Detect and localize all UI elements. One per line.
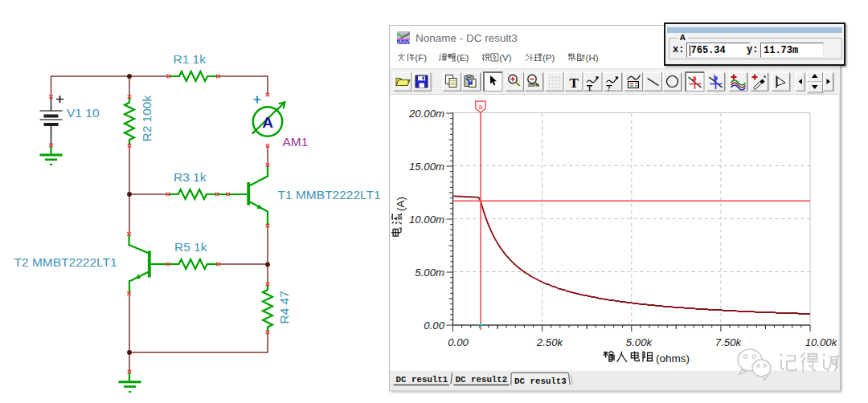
svg-text:(V): (V)	[499, 53, 512, 63]
svg-text:DC result2: DC result2	[456, 375, 508, 385]
svg-text:(A): (A)	[395, 197, 407, 211]
svg-text:20.00m: 20.00m	[408, 108, 444, 120]
svg-text:DC result1: DC result1	[396, 375, 448, 385]
svg-text:(P): (P)	[542, 53, 555, 63]
svg-text:15.00m: 15.00m	[409, 161, 444, 173]
svg-text:T2 MMBT2222LT1: T2 MMBT2222LT1	[14, 255, 117, 269]
svg-text:V1 10: V1 10	[67, 106, 100, 120]
svg-text:0.00: 0.00	[424, 320, 444, 332]
svg-text:T1 MMBT2222LT1: T1 MMBT2222LT1	[278, 188, 381, 202]
svg-text:2.50k: 2.50k	[536, 336, 564, 348]
svg-text:A: A	[262, 114, 273, 131]
svg-text:a: a	[478, 103, 483, 111]
svg-text:(H): (H)	[586, 53, 599, 63]
svg-text:(F): (F)	[415, 53, 427, 63]
svg-text:R5 1k: R5 1k	[174, 240, 207, 254]
svg-text:?: ?	[608, 85, 611, 92]
svg-text:0.00: 0.00	[448, 336, 469, 348]
svg-text:10.00m: 10.00m	[409, 214, 444, 226]
svg-text:5.00k: 5.00k	[626, 336, 653, 348]
svg-text:T: T	[570, 75, 579, 91]
svg-text:R3 1k: R3 1k	[174, 170, 207, 184]
svg-text:DC result3: DC result3	[514, 377, 567, 386]
svg-text:T: T	[588, 85, 592, 92]
svg-text:R1 1k: R1 1k	[174, 52, 207, 66]
svg-text:(ohms): (ohms)	[656, 352, 690, 364]
svg-text:R4 47: R4 47	[277, 291, 291, 324]
svg-text:100%: 100%	[528, 83, 539, 88]
svg-text:5.00m: 5.00m	[415, 267, 444, 279]
svg-text:(E): (E)	[457, 53, 469, 63]
svg-text:AM1: AM1	[283, 135, 309, 149]
svg-text:b: b	[714, 74, 719, 82]
svg-text:R2 100k: R2 100k	[140, 96, 154, 142]
